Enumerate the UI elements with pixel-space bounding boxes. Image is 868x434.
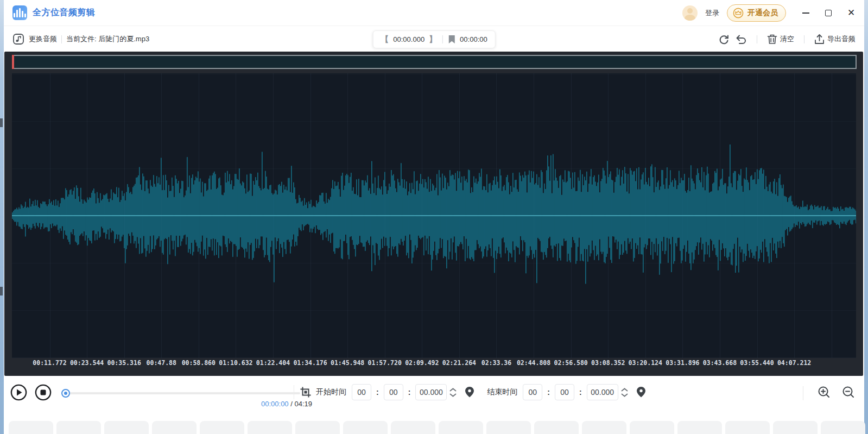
stop-icon [35, 384, 52, 401]
end-second-input[interactable] [587, 384, 618, 400]
undo-button[interactable] [735, 34, 747, 45]
zoom-in-icon [818, 386, 830, 398]
bracket-left-icon: 【 [381, 34, 389, 45]
avatar[interactable] [682, 5, 698, 21]
start-minute-input[interactable] [384, 384, 403, 400]
waveform-panel: 00:11.77200:23.54400:35.31600:47.8800:58… [4, 52, 863, 376]
feature-card[interactable] [295, 421, 340, 434]
waveform-minimap[interactable] [12, 55, 857, 69]
export-audio-button[interactable]: 导出音频 [814, 34, 856, 45]
feature-card[interactable] [343, 421, 388, 434]
chevron-down-icon[interactable] [621, 393, 628, 397]
titlebar: 全方位音频剪辑 登录 开通会员 ✕ [4, 0, 864, 26]
change-audio-button[interactable]: 更换音频 [12, 33, 57, 45]
feature-card[interactable] [582, 421, 626, 434]
desktop-wallpaper-left [0, 0, 4, 434]
vip-upgrade-button[interactable]: 开通会员 [727, 4, 786, 22]
minimize-button[interactable] [801, 9, 810, 17]
maximize-button[interactable] [824, 9, 833, 17]
waveform-canvas[interactable] [12, 73, 856, 358]
feature-card[interactable] [439, 421, 483, 434]
end-minute-input[interactable] [555, 384, 574, 400]
timeline-label: 00:35.316 [107, 359, 141, 367]
clear-button[interactable]: 清空 [767, 34, 794, 45]
end-second-stepper[interactable] [621, 388, 628, 397]
colon: : [547, 388, 550, 397]
zoom-out-icon [842, 386, 854, 398]
divider [804, 35, 804, 43]
crown-icon [733, 8, 744, 18]
app-window: 全方位音频剪辑 登录 开通会员 ✕ [4, 0, 864, 434]
total-time: 04:19 [294, 400, 312, 408]
stop-button[interactable] [35, 384, 52, 401]
timeline-label: 02:09.492 [405, 359, 439, 367]
feature-card[interactable] [391, 421, 435, 434]
timeline-label: 02:56.580 [554, 359, 587, 367]
feature-card[interactable] [773, 421, 818, 434]
zoom-out-button[interactable] [842, 386, 854, 400]
feature-card[interactable] [630, 421, 674, 434]
feature-card[interactable] [486, 421, 531, 434]
bracket-right-icon: 】 [429, 34, 437, 45]
chevron-down-icon[interactable] [449, 393, 457, 397]
playback-slider[interactable] [61, 385, 300, 401]
timeline-label: 01:10.632 [219, 359, 252, 367]
clear-label: 清空 [780, 34, 794, 44]
redo-icon [718, 34, 730, 45]
feature-card[interactable] [104, 421, 149, 434]
play-icon [10, 384, 27, 401]
start-second-stepper[interactable] [449, 388, 457, 397]
colon: : [408, 388, 411, 397]
zoom-in-button[interactable] [818, 386, 830, 400]
start-hour-input[interactable] [352, 384, 371, 400]
feature-cards-row [9, 421, 865, 434]
feature-card[interactable] [152, 421, 197, 434]
set-end-marker-button[interactable] [637, 387, 645, 398]
timeline-label: 01:22.404 [256, 359, 290, 367]
start-second-input[interactable] [415, 384, 447, 400]
redo-button[interactable] [718, 34, 730, 45]
divider [61, 35, 62, 43]
music-note-icon [12, 33, 24, 45]
current-time: 00:00:00 [261, 400, 289, 408]
slider-handle[interactable] [61, 389, 70, 398]
feature-card[interactable] [9, 421, 53, 434]
trash-icon [767, 34, 777, 45]
feature-card[interactable] [200, 421, 244, 434]
timeline-label: 00:23.544 [70, 359, 104, 367]
feature-card[interactable] [534, 421, 579, 434]
undo-icon [735, 34, 747, 45]
feature-card[interactable] [821, 421, 865, 434]
feature-card[interactable] [725, 421, 770, 434]
feature-card[interactable] [248, 421, 292, 434]
location-pin-icon [637, 387, 645, 398]
timeline-label: 01:45.948 [331, 359, 364, 367]
timeline-label: 02:33.36 [481, 359, 511, 367]
login-button[interactable]: 登录 [705, 8, 719, 18]
divider [803, 386, 803, 400]
desktop-wallpaper-right [864, 0, 868, 434]
chevron-up-icon[interactable] [621, 388, 628, 392]
feature-card[interactable] [677, 421, 722, 434]
slider-track[interactable] [61, 392, 300, 394]
minimap-selection-cursor[interactable] [12, 55, 14, 69]
selection-time-box: 【 00:00.000 】 00:00:00 [372, 30, 495, 48]
close-button[interactable]: ✕ [847, 9, 856, 17]
timeline-label: 00:47.88 [147, 359, 176, 367]
play-button[interactable] [10, 384, 27, 401]
timeline-label: 02:21.264 [442, 359, 476, 367]
timeline-label: 03:20.124 [629, 359, 662, 367]
set-start-marker-button[interactable] [465, 387, 474, 398]
timeline-label: 02:44.808 [517, 359, 550, 367]
timeline-ruler: 00:11.77200:23.54400:35.31600:47.8800:58… [12, 359, 856, 369]
location-pin-icon [465, 387, 474, 398]
chevron-up-icon[interactable] [449, 388, 457, 392]
timeline-label: 03:43.668 [703, 359, 737, 367]
timeline-label: 04:07.212 [777, 359, 811, 367]
end-hour-input[interactable] [523, 384, 542, 400]
current-file-label: 当前文件: 后陡门的夏.mp3 [66, 34, 149, 44]
feature-card[interactable] [56, 421, 101, 434]
file-toolbar: 更换音频 当前文件: 后陡门的夏.mp3 【 00:00.000 】 00:00… [4, 27, 864, 52]
crop-icon [300, 386, 312, 398]
timeline-label: 01:57.720 [368, 359, 402, 367]
